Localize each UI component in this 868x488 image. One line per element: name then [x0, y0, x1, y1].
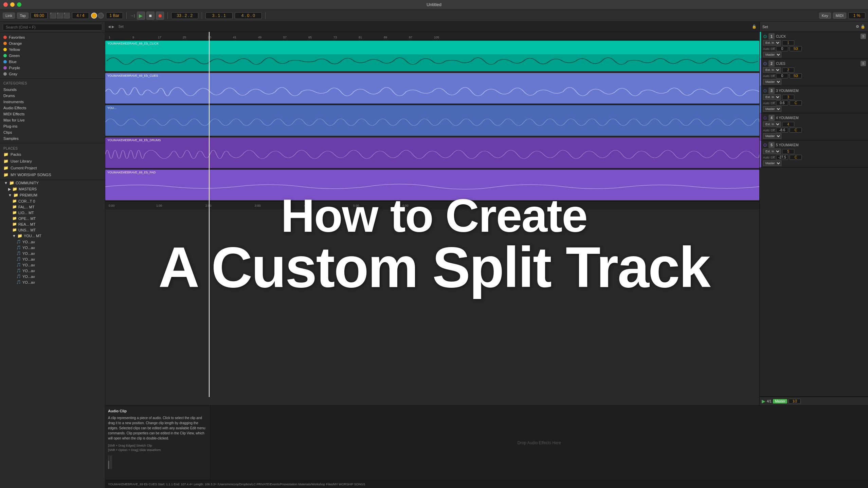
file-item-community[interactable]: ▼ 📁 COMMUNITY — [0, 180, 105, 186]
sidebar-item-midi-effects[interactable]: MIDI Effects — [0, 111, 105, 117]
master-setting[interactable]: 1/2 — [789, 399, 801, 404]
file-item-rea[interactable]: 📁 REA... MT — [0, 221, 105, 227]
minimize-button[interactable] — [10, 2, 15, 7]
master-label[interactable]: Master — [773, 399, 788, 403]
drums-pan[interactable]: -8.6 — [776, 128, 788, 133]
file-item-ope[interactable]: 📁 OPE... MT — [0, 215, 105, 221]
effects-area[interactable]: Drop Audio Effects Here — [211, 406, 868, 480]
clip-pad[interactable]: YOUMAKEMEBRAVE_69_Eb_PAD — [105, 170, 759, 200]
sidebar-item-current-project[interactable]: 📁 Current Project — [0, 165, 105, 171]
drums-db[interactable]: C — [790, 128, 802, 133]
click-power-icon[interactable]: ⊙ — [763, 34, 767, 39]
click-s-button[interactable]: S — [861, 34, 866, 39]
sidebar-item-clips[interactable]: Clips — [0, 129, 105, 135]
click-route-select[interactable]: Master — [763, 52, 781, 57]
cues-route-select[interactable]: Master — [763, 79, 781, 85]
metric-1[interactable]: 3 . 1 . 1 — [205, 12, 233, 19]
file-item-av8[interactable]: 🎵 YO...av — [0, 279, 105, 285]
sidebar-item-user-library[interactable]: 📁 User Library — [0, 158, 105, 165]
track3-route-select[interactable]: Master — [763, 106, 781, 112]
track-row-pad: YOUMAKEMEBRAVE_69_Eb_PAD — [105, 169, 759, 201]
file-item-av3[interactable]: 🎵 YO...av — [0, 250, 105, 256]
clip-cues[interactable]: YOUMAKEMEBRAVE_69_Eb_CUES — [105, 73, 759, 104]
pad-vol-knob[interactable]: 5 — [782, 149, 794, 154]
close-button[interactable] — [3, 2, 8, 7]
clip-drums[interactable]: YOUMAKEMEBRAVE_69_Eb_DRUMS — [105, 137, 759, 168]
master-play-icon[interactable]: ▶ — [762, 398, 765, 404]
track3-power-icon[interactable]: ⊙ — [763, 88, 767, 93]
pad-power-icon[interactable]: ⊙ — [763, 142, 767, 148]
sidebar-item-plugins[interactable]: Plug-ins — [0, 123, 105, 129]
sidebar-item-max-for-live[interactable]: Max for Live — [0, 117, 105, 123]
drums-route-select[interactable]: Master — [763, 133, 781, 139]
link-button[interactable]: Link — [3, 13, 15, 19]
file-item-av1[interactable]: 🎵 YO...av — [0, 239, 105, 245]
file-item-masters[interactable]: ▶ 📁 MASTERS — [0, 186, 105, 192]
sidebar-item-green[interactable]: Green — [0, 53, 105, 59]
sidebar-item-favorites[interactable]: Favorites — [0, 34, 105, 40]
sidebar-item-blue[interactable]: Blue — [0, 59, 105, 65]
sidebar-item-drums[interactable]: Drums — [0, 93, 105, 99]
sidebar-item-samples[interactable]: Samples — [0, 135, 105, 142]
sidebar-item-my-worship-songs[interactable]: 📁 MY WORSHIP SONGS — [0, 171, 105, 178]
mixer-lock-icon[interactable]: 🔒 — [861, 24, 865, 29]
zoom-level[interactable]: 1 % — [848, 12, 865, 19]
file-item-av5[interactable]: 🎵 YO...av — [0, 262, 105, 268]
file-item-av6[interactable]: 🎵 YO...av — [0, 268, 105, 274]
cues-db[interactable]: 50l — [790, 73, 802, 78]
sidebar-item-gray[interactable]: Gray — [0, 71, 105, 77]
search-input[interactable] — [3, 24, 102, 31]
click-vol-knob[interactable]: 1 — [782, 40, 794, 45]
file-item-premium[interactable]: ▼ 📁 PREMIUM — [0, 192, 105, 198]
file-item-av4[interactable]: 🎵 YO...av — [0, 256, 105, 262]
drums-input-select[interactable]: Ext. In — [763, 121, 781, 127]
sidebar-item-instruments[interactable]: Instruments — [0, 99, 105, 105]
cues-s-button[interactable]: S — [861, 61, 866, 66]
sidebar-item-audio-effects[interactable]: Audio Effects — [0, 105, 105, 111]
sidebar-item-yellow[interactable]: Yellow — [0, 46, 105, 53]
cues-vol-knob[interactable]: 2 — [782, 68, 794, 73]
track3-pan[interactable]: 0.6 — [776, 100, 788, 106]
bpm-display[interactable]: 69.00 — [31, 12, 48, 19]
sidebar-item-orange[interactable]: Orange — [0, 40, 105, 46]
record-button[interactable]: ⏺ — [156, 12, 164, 20]
click-pan[interactable]: 0 — [776, 46, 788, 51]
drums-power-icon[interactable]: ⊙ — [763, 115, 767, 120]
midi-button[interactable]: MIDI — [833, 13, 846, 19]
sidebar-item-purple[interactable]: Purple — [0, 65, 105, 71]
time-sig[interactable]: 4 / 4 — [72, 12, 89, 19]
pad-input-select[interactable]: Ext. In — [763, 149, 781, 154]
sidebar-item-sounds[interactable]: Sounds — [0, 87, 105, 93]
maximize-button[interactable] — [17, 2, 21, 7]
play-button[interactable]: ▶ — [137, 12, 145, 20]
track3-db[interactable]: C — [790, 100, 802, 106]
pad-route-select[interactable]: Master — [763, 161, 781, 166]
pad-pan[interactable]: -27.5 — [776, 155, 788, 160]
cues-pan[interactable]: 0 — [776, 73, 788, 78]
track3-vol-knob[interactable]: 3 — [782, 95, 794, 100]
cues-power-icon[interactable]: ⊙ — [763, 61, 767, 66]
loop-length[interactable]: 1 Bar — [106, 12, 123, 19]
file-item-av2[interactable]: 🎵 YO...av — [0, 245, 105, 250]
file-item-av7[interactable]: 🎵 YO...av — [0, 274, 105, 279]
file-item-you-mt[interactable]: ▼ 📁 YOU... MT — [0, 233, 105, 239]
track3-input-select[interactable]: Ext. In — [763, 94, 781, 100]
stop-button[interactable]: ■ — [146, 12, 155, 20]
cues-input-select[interactable]: Ext. In — [763, 67, 781, 73]
file-item-uns[interactable]: 📁 UNS... MT — [0, 227, 105, 233]
pad-db[interactable]: C — [790, 155, 802, 160]
metric-2[interactable]: 4 . 0 . 0 — [235, 12, 262, 19]
file-item-fal[interactable]: 📁 FAL... MT — [0, 204, 105, 210]
position-display[interactable]: 33 . 2 . 2 — [171, 12, 198, 19]
tap-button[interactable]: Tap — [17, 13, 29, 19]
file-item-lio[interactable]: 📁 LIO... MT — [0, 210, 105, 215]
click-input-select[interactable]: Ext. In — [763, 40, 781, 45]
key-button[interactable]: Key — [819, 13, 831, 19]
clip-click[interactable]: YOUMAKEMEBRAVE_69_Eb_CLICK — [105, 41, 759, 71]
clip-3[interactable]: YOU... — [105, 105, 759, 136]
file-item-cor[interactable]: 📁 COR...T 0 — [0, 198, 105, 204]
mixer-settings-icon[interactable]: ⚙ — [856, 24, 859, 29]
drums-vol-knob[interactable]: 4 — [782, 122, 794, 127]
sidebar-item-packs[interactable]: 📁 Packs — [0, 151, 105, 158]
click-db[interactable]: 50l — [790, 46, 802, 51]
